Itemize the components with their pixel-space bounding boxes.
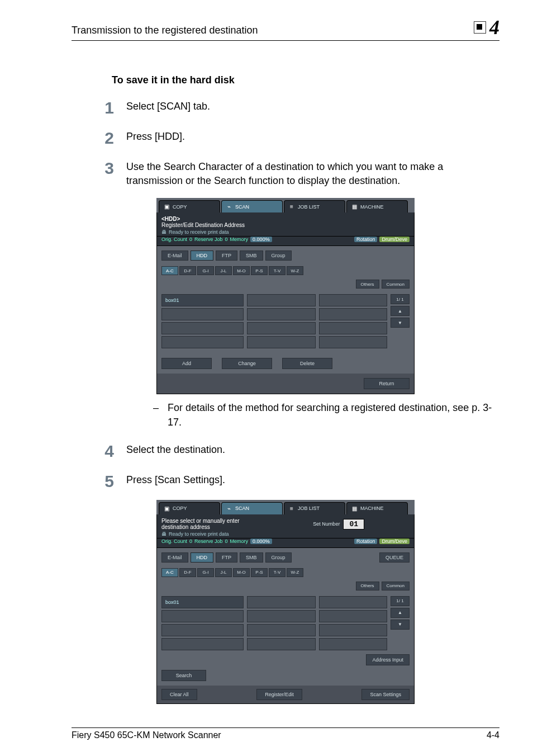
list-item[interactable] (319, 638, 388, 650)
list-item[interactable] (319, 308, 388, 320)
header-title: Transmission to the registered destinati… (72, 25, 258, 36)
list-item[interactable] (319, 294, 388, 306)
list-item[interactable] (247, 322, 316, 334)
pill-others[interactable]: Others (356, 280, 379, 289)
subtab-group[interactable]: Group (265, 251, 292, 261)
list-item[interactable] (161, 638, 244, 650)
reserve-job-label: Reserve Job (194, 237, 223, 242)
list-item[interactable] (319, 624, 388, 636)
machine-icon: ▦ (350, 204, 358, 210)
tab-scan[interactable]: ⌁SCAN (221, 502, 283, 514)
list-item[interactable]: box01 (161, 596, 244, 608)
subtab-email[interactable]: E-Mail (161, 251, 188, 261)
tab-label: JOB LIST (298, 204, 320, 210)
subtab-smb[interactable]: SMB (240, 251, 263, 261)
alpha-ps[interactable]: P-S (251, 568, 268, 577)
step-number: 5 (98, 473, 114, 490)
tab-machine[interactable]: ▦MACHINE (346, 502, 408, 514)
list-item[interactable] (247, 624, 316, 636)
search-button[interactable]: Search (161, 670, 206, 681)
alpha-mo[interactable]: M-O (233, 266, 250, 275)
alpha-tv[interactable]: T-V (269, 568, 285, 577)
page-indicator: 1/ 1 (391, 294, 410, 304)
page-down-button[interactable]: ▼ (391, 620, 410, 630)
subtab-email[interactable]: E-Mail (161, 552, 188, 563)
delete-button[interactable]: Delete (282, 358, 332, 369)
pill-common[interactable]: Common (382, 280, 410, 289)
list-item[interactable] (319, 322, 388, 334)
alpha-df[interactable]: D-F (179, 266, 196, 275)
alpha-gi[interactable]: G-I (197, 568, 214, 577)
subtab-hdd[interactable]: HDD (191, 552, 214, 563)
add-button[interactable]: Add (161, 358, 212, 369)
return-button[interactable]: Return (364, 378, 410, 389)
alpha-ac[interactable]: A-C (161, 568, 178, 577)
alpha-df[interactable]: D-F (179, 568, 196, 577)
list-item[interactable] (161, 322, 244, 334)
subtab-ftp[interactable]: FTP (216, 552, 237, 563)
page-header: Transmission to the registered destinati… (72, 16, 499, 41)
tab-label: MACHINE (360, 204, 384, 210)
step-3-note: – For details of the method for searchin… (153, 401, 499, 429)
alpha-wz[interactable]: W-Z (287, 266, 303, 275)
list-col-2 (247, 294, 316, 350)
list-item[interactable] (247, 308, 316, 320)
list-item[interactable] (247, 596, 316, 608)
set-number-label: Set Number (313, 521, 340, 527)
pill-common[interactable]: Common (382, 582, 410, 590)
scan-settings-button[interactable]: Scan Settings (361, 689, 410, 700)
tab-joblist[interactable]: ≡JOB LIST (284, 502, 345, 514)
pill-others[interactable]: Others (356, 582, 379, 590)
register-edit-button[interactable]: Register/Edit (256, 689, 302, 700)
page-footer: Fiery S450 65C-KM Network Scanner 4-4 (72, 727, 499, 740)
page-up-button[interactable]: ▲ (391, 608, 410, 618)
alpha-ps[interactable]: P-S (251, 266, 268, 275)
filter-pills: Others Common (161, 582, 410, 590)
list-item[interactable] (161, 336, 244, 348)
list-item[interactable] (161, 624, 244, 636)
page-up-button[interactable]: ▲ (391, 306, 410, 316)
tab-machine[interactable]: ▦MACHINE (346, 200, 408, 212)
list-item[interactable] (319, 610, 388, 622)
alpha-tv[interactable]: T-V (269, 266, 285, 275)
change-button[interactable]: Change (222, 358, 272, 369)
panel-footer: Return (156, 374, 415, 394)
list-item[interactable] (247, 294, 316, 306)
list-col-3 (319, 294, 388, 350)
alpha-ac[interactable]: A-C (161, 266, 178, 275)
subtab-smb[interactable]: SMB (240, 552, 263, 563)
subtab-hdd[interactable]: HDD (191, 251, 214, 261)
alpha-gi[interactable]: G-I (197, 266, 214, 275)
step-text: Use the Search Character of a destinatio… (126, 160, 499, 188)
step-text: Press [Scan Settings]. (126, 473, 499, 487)
address-input-button[interactable]: Address Input (366, 654, 410, 665)
list-col-3 (319, 596, 388, 652)
alpha-jl[interactable]: J-L (215, 568, 232, 577)
list-item[interactable] (319, 596, 388, 608)
list-item[interactable] (161, 610, 244, 622)
orig-count-label: Orig. Count (161, 237, 187, 242)
tab-copy[interactable]: ▣COPY (159, 502, 220, 514)
alpha-jl[interactable]: J-L (215, 266, 232, 275)
list-item[interactable] (247, 610, 316, 622)
subtab-ftp[interactable]: FTP (216, 251, 237, 261)
status-row: Orig. Count 0 Reserve Job 0 Memory 0.000… (156, 538, 415, 548)
tab-joblist[interactable]: ≡JOB LIST (284, 200, 345, 212)
page-down-button[interactable]: ▼ (391, 318, 410, 328)
list-item[interactable] (161, 308, 244, 320)
list-item[interactable] (247, 336, 316, 348)
list-item[interactable]: box01 (161, 294, 244, 306)
reserve-job-value: 0 (225, 237, 228, 242)
memory-label: Memory (230, 538, 249, 544)
tab-copy[interactable]: ▣COPY (159, 200, 220, 212)
tab-label: MACHINE (360, 505, 384, 511)
list-item[interactable] (319, 336, 388, 348)
alpha-wz[interactable]: W-Z (287, 568, 303, 577)
tab-scan[interactable]: ⌁SCAN (221, 200, 283, 212)
list-item[interactable] (247, 638, 316, 650)
subtab-group[interactable]: Group (265, 552, 292, 563)
subtab-queue[interactable]: QUEUE (379, 552, 410, 563)
clear-all-button[interactable]: Clear All (161, 689, 197, 700)
drumdev-chip: Drum/Deve (379, 237, 410, 242)
alpha-mo[interactable]: M-O (233, 568, 250, 577)
